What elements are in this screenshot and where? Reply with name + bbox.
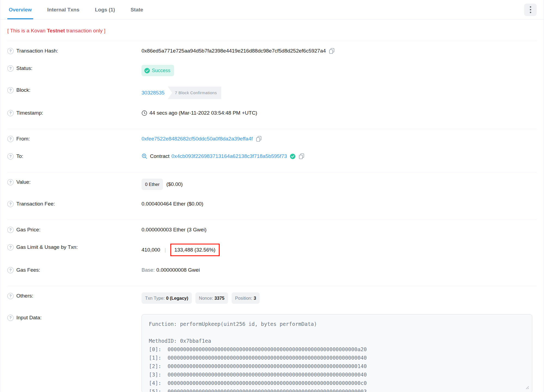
ether-value-badge: 0 Ether <box>142 179 163 190</box>
copy-icon[interactable] <box>256 136 262 142</box>
help-icon[interactable]: ? <box>7 179 14 185</box>
input-data-label: Input Data: <box>16 314 42 321</box>
row-gas-fees: ? Gas Fees: Base: 0.000000008 Gwei <box>7 261 537 279</box>
row-block: ? Block: 30328535 7 Block Confirmations <box>7 81 537 104</box>
to-label: To: <box>16 153 23 160</box>
tab-overview[interactable]: Overview <box>7 0 33 19</box>
row-transaction-fee: ? Transaction Fee: 0.000400464 Ether ($0… <box>7 195 537 213</box>
row-value: ? Value: 0 Ether ($0.00) <box>7 173 537 195</box>
more-options-button[interactable] <box>524 4 537 16</box>
help-icon[interactable]: ? <box>7 201 14 207</box>
transaction-fee-label: Transaction Fee: <box>16 200 55 207</box>
help-icon[interactable]: ? <box>7 48 14 54</box>
contract-word: Contract <box>150 153 170 160</box>
copy-icon[interactable] <box>329 48 335 54</box>
value-label: Value: <box>16 179 30 186</box>
tab-logs[interactable]: Logs (1) <box>94 0 116 19</box>
position-badge: Position: 3 <box>232 292 260 304</box>
base-fee-value: 0.000000008 Gwei <box>156 267 200 274</box>
tab-internal-txns[interactable]: Internal Txns <box>46 0 81 19</box>
help-icon[interactable]: ? <box>7 110 14 116</box>
help-icon[interactable]: ? <box>7 244 14 250</box>
input-data-textarea[interactable]: Function: performUpkeep(uint256 id, byte… <box>142 314 532 392</box>
row-from: ? From: 0xfee7522e8482682cf50ddc50a0f8da… <box>7 130 537 148</box>
help-icon[interactable]: ? <box>7 315 14 321</box>
gas-price-label: Gas Price: <box>16 226 41 233</box>
row-to: ? To: Contract 0x4cb093f226983713164a621… <box>7 148 537 165</box>
gas-price-value: 0.000000003 Ether (3 Gwei) <box>142 226 207 233</box>
transaction-hash-label: Transaction Hash: <box>16 47 58 54</box>
transaction-details-card: Overview Internal Txns Logs (1) State [ … <box>0 0 544 392</box>
tab-bar: Overview Internal Txns Logs (1) State <box>0 0 544 20</box>
help-icon[interactable]: ? <box>7 65 14 72</box>
row-gas-limit-usage: ? Gas Limit & Usage by Txn: 410,000 | 13… <box>7 238 537 261</box>
help-icon[interactable]: ? <box>7 136 14 142</box>
row-timestamp: ? Timestamp: 44 secs ago (Mar-11-2022 03… <box>7 104 537 122</box>
txn-type-badge: Txn Type: 0 (Legacy) <box>142 292 192 304</box>
gas-limit-value: 410,000 <box>142 246 160 253</box>
transaction-fee-value: 0.000400464 Ether ($0.00) <box>142 200 203 207</box>
transaction-hash-value: 0x86ed5a771e725aa94d5b7fa2398e4419e216d8… <box>142 47 326 54</box>
help-icon[interactable]: ? <box>7 87 14 93</box>
row-gas-price: ? Gas Price: 0.000000003 Ether (3 Gwei) <box>7 221 537 238</box>
row-status: ? Status: Success <box>7 60 537 81</box>
from-label: From: <box>16 135 30 142</box>
gas-usage-value: 133,488 (32.56%) <box>174 247 216 253</box>
base-fee-key: Base: <box>142 267 155 274</box>
divider <box>7 172 537 172</box>
clock-icon <box>142 110 147 116</box>
divider <box>7 129 537 129</box>
divider <box>7 41 537 41</box>
copy-icon[interactable] <box>299 153 305 160</box>
help-icon[interactable]: ? <box>7 293 14 299</box>
gas-fees-label: Gas Fees: <box>16 267 40 274</box>
timestamp-value: 44 secs ago (Mar-11-2022 03:54:48 PM +UT… <box>149 109 257 117</box>
divider <box>7 286 537 286</box>
help-icon[interactable]: ? <box>7 153 14 160</box>
row-others: ? Others: Txn Type: 0 (Legacy) Nonce: 33… <box>7 287 537 309</box>
usd-value: ($0.00) <box>166 181 183 188</box>
block-number-link[interactable]: 30328535 <box>142 89 165 96</box>
divider <box>7 220 537 220</box>
help-icon[interactable]: ? <box>7 267 14 273</box>
overview-panel: [ This is a Kovan Testnet transaction on… <box>0 28 544 392</box>
row-input-data: ? Input Data: Function: performUpkeep(ui… <box>7 309 537 392</box>
row-transaction-hash: ? Transaction Hash: 0x86ed5a771e725aa94d… <box>7 42 537 60</box>
nonce-badge: Nonce: 3375 <box>195 292 228 304</box>
block-label: Block: <box>16 87 30 94</box>
tab-state[interactable]: State <box>129 0 145 19</box>
from-address-link[interactable]: 0xfee7522e8482682cf50ddc50a0f8da2a39effa… <box>142 135 253 142</box>
testnet-warning: [ This is a Kovan Testnet transaction on… <box>7 28 537 34</box>
status-badge: Success <box>142 65 174 76</box>
success-check-icon <box>144 68 150 74</box>
block-confirmations-badge: 7 Block Confirmations <box>168 87 221 99</box>
help-icon[interactable]: ? <box>7 227 14 233</box>
others-label: Others: <box>16 292 33 299</box>
gas-limit-label: Gas Limit & Usage by Txn: <box>16 244 78 251</box>
verified-check-icon <box>290 154 296 159</box>
to-address-link[interactable]: 0x4cb093f226983713164a62138c3f718a5b595f… <box>171 153 287 160</box>
status-label: Status: <box>16 65 32 72</box>
kebab-icon <box>530 6 531 8</box>
timestamp-label: Timestamp: <box>16 109 43 117</box>
gas-usage-highlight-box: 133,488 (32.56%) <box>170 244 220 256</box>
pipe-separator: | <box>165 246 166 253</box>
magnifier-plus-icon[interactable] <box>142 153 147 159</box>
